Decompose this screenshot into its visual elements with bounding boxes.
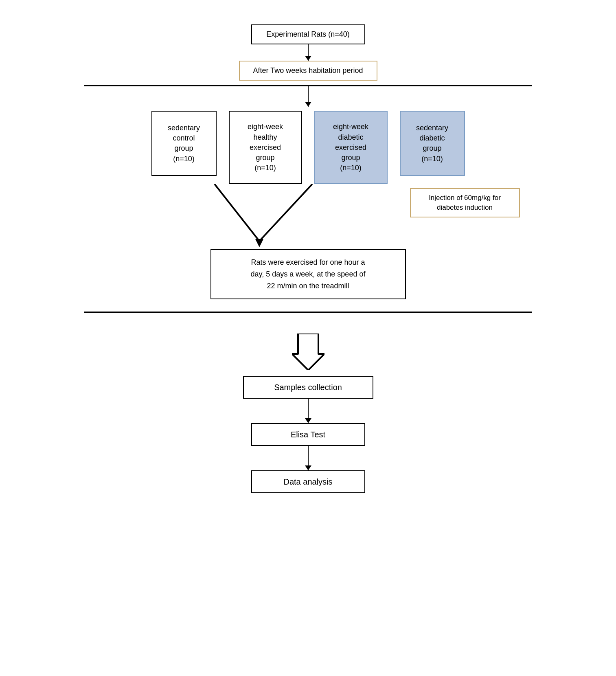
arrow-4: [308, 446, 309, 470]
sedentary-control-box: sedentary control group (n=10): [151, 111, 217, 176]
convergence-area: Injection of 60mg/kg for diabetes induct…: [84, 184, 532, 249]
exercise-section: Rats were exercised for one hour a day, …: [84, 249, 532, 299]
convergence-svg: [84, 184, 532, 249]
healthy-exercised-box: eight-week healthy exercised group (n=10…: [229, 111, 302, 184]
sedentary-control-label: sedentary control group (n=10): [168, 123, 200, 164]
diabetic-exercised-label: eight-week diabetic exercised group (n=1…: [333, 122, 368, 173]
habitation-label: After Two weeks habitation period: [253, 66, 363, 75]
samples-collection-box: Samples collection: [243, 376, 373, 399]
group-healthy-exercised: eight-week healthy exercised group (n=10…: [229, 111, 302, 184]
arrow-3: [308, 399, 309, 423]
exercise-label: Rats were exercised for one hour a day, …: [251, 258, 366, 290]
arrow-2: [308, 86, 309, 107]
elisa-test-label: Elisa Test: [291, 430, 325, 439]
groups-row: sedentary control group (n=10) eight-wee…: [84, 111, 532, 184]
group-sedentary-diabetic: sedentary diabetic group (n=10): [400, 111, 465, 176]
habitation-box: After Two weeks habitation period: [239, 61, 377, 81]
diabetic-exercised-box: eight-week diabetic exercised group (n=1…: [314, 111, 388, 184]
group-diabetic-exercised: eight-week diabetic exercised group (n=1…: [314, 111, 388, 184]
diagram-container: Experimental Rats (n=40) After Two weeks…: [84, 8, 532, 505]
svg-line-1: [259, 184, 312, 241]
bottom-section: Samples collection Elisa Test Data analy…: [84, 313, 532, 505]
hollow-arrow-icon: [292, 334, 324, 370]
samples-collection-label: Samples collection: [274, 383, 342, 392]
svg-marker-3: [292, 334, 324, 370]
experimental-rats-box: Experimental Rats (n=40): [251, 24, 365, 44]
elisa-test-box: Elisa Test: [251, 423, 365, 446]
svg-marker-2: [255, 239, 263, 247]
sedentary-diabetic-label: sedentary diabetic group (n=10): [416, 123, 448, 164]
top-section: Experimental Rats (n=40) After Two weeks…: [84, 16, 532, 85]
experimental-rats-label: Experimental Rats (n=40): [266, 30, 350, 38]
healthy-exercised-label: eight-week healthy exercised group (n=10…: [248, 122, 283, 173]
arrow-1: [308, 44, 309, 61]
svg-line-0: [215, 184, 259, 241]
exercise-box: Rats were exercised for one hour a day, …: [210, 249, 406, 299]
sedentary-diabetic-box: sedentary diabetic group (n=10): [400, 111, 465, 176]
data-analysis-label: Data analysis: [283, 477, 332, 486]
data-analysis-box: Data analysis: [251, 470, 365, 493]
hollow-arrow-wrapper: [292, 334, 324, 372]
group-sedentary-control: sedentary control group (n=10): [151, 111, 217, 176]
